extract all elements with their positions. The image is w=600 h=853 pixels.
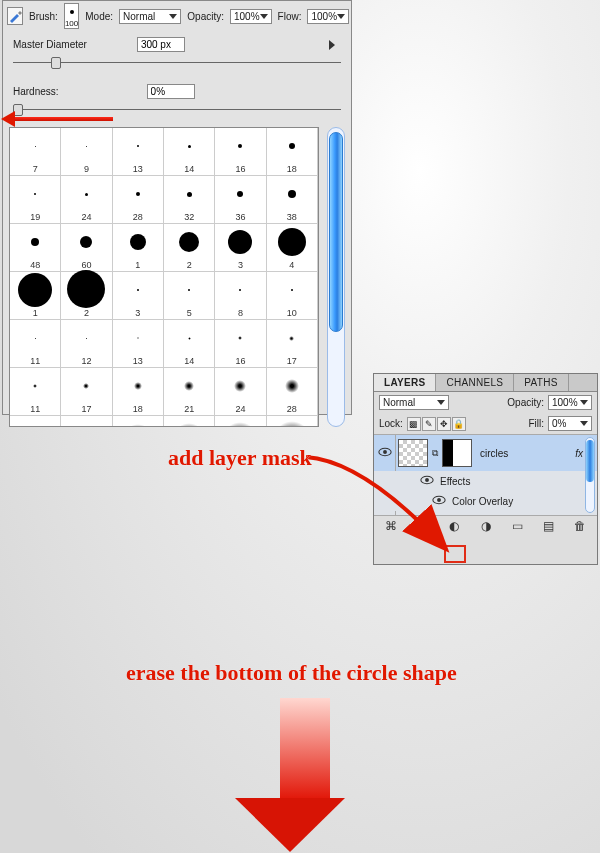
big-down-arrow — [265, 698, 345, 852]
brush-preset[interactable]: 11 — [10, 320, 61, 368]
brush-preset[interactable]: 1 — [113, 224, 164, 272]
tab-paths[interactable]: PATHS — [514, 374, 568, 391]
brush-preset[interactable]: 21 — [164, 368, 215, 416]
brush-presets-panel: Brush: 100 Mode: Normal Opacity: 100% Fl… — [2, 0, 352, 415]
brush-preset[interactable]: 14 — [164, 128, 215, 176]
brush-size-thumb[interactable]: 100 — [64, 3, 79, 29]
annotation-erase: erase the bottom of the circle shape — [126, 660, 457, 686]
brush-preset-grid[interactable]: 7913141618192428323638486012341235810111… — [9, 127, 319, 427]
hardness-annotation-arrow — [13, 117, 113, 121]
chevron-down-icon — [337, 14, 345, 19]
brush-preset[interactable]: 7 — [10, 128, 61, 176]
brush-preset[interactable]: 32 — [164, 176, 215, 224]
mode-label: Mode: — [85, 11, 113, 22]
brush-preset[interactable]: 2 — [164, 224, 215, 272]
brush-preset[interactable]: 16 — [215, 320, 266, 368]
brush-preset[interactable]: 4 — [267, 224, 318, 272]
brush-preset[interactable]: 48 — [113, 416, 164, 427]
preset-scrollbar[interactable] — [327, 127, 345, 427]
brush-preset[interactable]: 48 — [10, 224, 61, 272]
lock-position-icon[interactable]: ✥ — [437, 417, 451, 431]
brush-preset[interactable]: 2 — [61, 272, 112, 320]
brush-preset[interactable]: 14 — [164, 320, 215, 368]
brush-preset[interactable]: 1 — [10, 272, 61, 320]
lock-transparency-icon[interactable]: ▩ — [407, 417, 421, 431]
layer-opacity-field[interactable]: 100% — [548, 395, 592, 410]
lock-all-icon[interactable]: 🔒 — [452, 417, 466, 431]
brush-preset[interactable]: 100 — [267, 416, 318, 427]
flow-label: Flow: — [278, 11, 302, 22]
annotation-arrow-mask — [304, 451, 454, 559]
brush-preset[interactable]: 18 — [113, 368, 164, 416]
brush-preset[interactable]: 60 — [61, 224, 112, 272]
brush-preset[interactable]: 3 — [113, 272, 164, 320]
brush-preset[interactable]: 16 — [215, 128, 266, 176]
brush-preset[interactable]: 28 — [267, 368, 318, 416]
flyout-menu-icon[interactable] — [329, 40, 335, 50]
chevron-down-icon — [260, 14, 268, 19]
brush-preset[interactable]: 45 — [61, 416, 112, 427]
chevron-down-icon — [437, 400, 445, 405]
brush-preset[interactable]: 12 — [61, 320, 112, 368]
adjustment-layer-icon[interactable]: ◑ — [477, 519, 495, 533]
brush-tool-icon[interactable] — [7, 7, 23, 25]
layers-scrollbar[interactable] — [585, 437, 595, 513]
master-diameter-slider[interactable] — [13, 56, 341, 70]
chevron-down-icon — [169, 14, 177, 19]
brush-preset[interactable]: 19 — [10, 176, 61, 224]
chevron-down-icon — [580, 400, 588, 405]
chevron-down-icon — [580, 421, 588, 426]
panel-tabs: LAYERS CHANNELS PATHS — [374, 374, 597, 392]
brush-preset[interactable]: 13 — [113, 128, 164, 176]
brush-preset[interactable]: 5 — [164, 272, 215, 320]
lock-image-icon[interactable]: ✎ — [422, 417, 436, 431]
opacity-field[interactable]: 100% — [230, 9, 272, 24]
fx-badge[interactable]: fx — [575, 448, 583, 459]
layer-name: circles — [480, 448, 508, 459]
brush-preset[interactable]: 18 — [267, 128, 318, 176]
brush-preset[interactable]: 60 — [164, 416, 215, 427]
flow-field[interactable]: 100% — [307, 9, 349, 24]
master-diameter-label: Master Diameter — [13, 39, 87, 50]
brush-preset[interactable]: 35 — [10, 416, 61, 427]
master-diameter-input[interactable] — [137, 37, 185, 52]
brush-preset[interactable]: 24 — [215, 368, 266, 416]
brush-preset[interactable]: 28 — [113, 176, 164, 224]
brush-preset[interactable]: 36 — [215, 176, 266, 224]
tab-layers[interactable]: LAYERS — [374, 374, 436, 391]
brush-preset[interactable]: 10 — [267, 272, 318, 320]
lock-label: Lock: — [379, 418, 403, 429]
blend-mode-select[interactable]: Normal — [119, 9, 181, 24]
lock-icons-group: ▩✎✥🔒 — [407, 417, 467, 431]
hardness-input[interactable] — [147, 84, 195, 99]
hardness-slider[interactable] — [13, 103, 341, 117]
fill-field[interactable]: 0% — [548, 416, 592, 431]
fill-label: Fill: — [528, 418, 544, 429]
opacity-label: Opacity: — [187, 11, 224, 22]
hardness-label: Hardness: — [13, 86, 59, 97]
tab-channels[interactable]: CHANNELS — [436, 374, 514, 391]
brush-preset[interactable]: 17 — [61, 368, 112, 416]
brush-preset[interactable]: 3 — [215, 224, 266, 272]
brush-preset[interactable]: 9 — [61, 128, 112, 176]
layer-blend-mode-select[interactable]: Normal — [379, 395, 449, 410]
layer-opacity-label: Opacity: — [507, 397, 544, 408]
brush-label: Brush: — [29, 11, 58, 22]
delete-layer-icon[interactable]: 🗑 — [571, 519, 589, 533]
brush-preset[interactable]: 8 — [215, 272, 266, 320]
brush-preset[interactable]: 11 — [10, 368, 61, 416]
brush-preset[interactable]: 65 — [215, 416, 266, 427]
new-group-icon[interactable]: ▭ — [508, 519, 526, 533]
brush-preset[interactable]: 24 — [61, 176, 112, 224]
new-layer-icon[interactable]: ▤ — [540, 519, 558, 533]
brush-preset[interactable]: 13 — [113, 320, 164, 368]
brush-preset[interactable]: 17 — [267, 320, 318, 368]
brush-preset[interactable]: 38 — [267, 176, 318, 224]
annotation-add-layer-mask: add layer mask — [168, 445, 312, 471]
brush-toolbar: Brush: 100 Mode: Normal Opacity: 100% Fl… — [3, 1, 351, 31]
